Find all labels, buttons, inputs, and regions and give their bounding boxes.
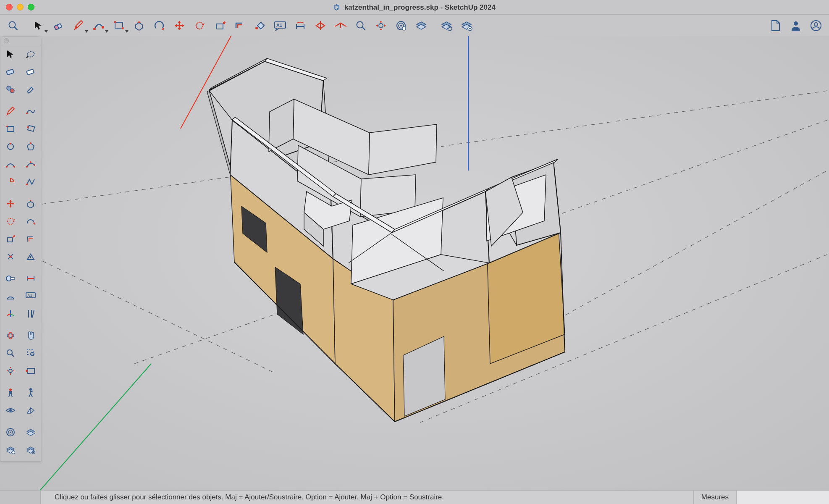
materials-tool[interactable] [0,81,21,98]
app-file-icon: ⌬ [333,3,340,11]
rectangle-tool[interactable] [0,120,21,138]
viewport[interactable] [0,36,829,491]
account-icon[interactable] [807,17,825,34]
rotate-tool[interactable] [191,17,208,34]
svg-point-86 [6,126,8,127]
svg-point-28 [814,23,818,26]
rotated-rect-tool[interactable] [21,120,41,138]
svg-point-95 [26,166,28,168]
pan-nav-tool[interactable] [21,327,41,344]
arc-3pt-tool[interactable] [21,155,41,173]
layers-tool-1[interactable] [412,17,430,34]
new-file-icon[interactable] [767,17,784,34]
arc-pie-tool[interactable] [0,173,21,191]
push-pull-edit-tool[interactable] [21,195,41,213]
tape-measure-tool[interactable] [332,17,349,34]
geo-loc-palette-tool[interactable] [0,423,21,441]
previous-view-tool[interactable] [21,362,41,380]
shape-tools[interactable] [110,17,128,34]
close-window-button[interactable] [6,4,13,10]
scale-tool[interactable] [211,17,228,34]
look-around-tool[interactable] [0,402,21,419]
svg-point-98 [26,184,28,185]
eraser-tool[interactable] [50,17,67,34]
minimize-window-button[interactable] [17,4,24,10]
layers-tool-2[interactable] [438,17,455,34]
select-arrow-tool[interactable] [0,45,21,63]
paint-bucket-tool[interactable] [251,17,269,34]
circle-tool[interactable] [0,138,21,155]
follow-me-edit-tool[interactable] [21,213,41,230]
svg-point-118 [7,334,14,337]
main-toolbar: A1 [0,15,829,37]
geo-location-tool[interactable] [392,17,410,34]
tape-measure-edit-tool[interactable] [0,270,21,287]
layers-palette-tool[interactable] [21,423,41,441]
section-plane-edit-tool[interactable] [21,402,41,419]
svg-line-129 [11,394,12,397]
user-icon[interactable] [787,17,805,34]
svg-point-12 [255,27,258,29]
zoom-nav-tool[interactable] [0,344,21,362]
move-tool[interactable] [171,17,188,34]
text-label-tool[interactable]: A1 [21,287,41,305]
move-edit-tool[interactable] [0,195,21,213]
lasso-select-tool[interactable] [21,45,41,63]
zoom-tool[interactable] [352,17,370,34]
layers-tool-3[interactable] [458,17,475,34]
orbit-nav-tool[interactable] [0,327,21,344]
svg-point-92 [30,142,31,144]
explode-tool[interactable] [21,248,41,265]
protractor-edit-tool[interactable] [0,287,21,305]
tool-palette: A1 [0,36,41,462]
arc-2pt-tool[interactable] [0,155,21,173]
text-tool[interactable]: A1 [271,17,289,34]
dimensions-edit-tool[interactable] [21,270,41,287]
palette-close-dot[interactable] [4,38,9,43]
select-tool[interactable] [29,17,47,34]
svg-line-113 [7,314,10,315]
dimension-tool[interactable] [291,17,309,34]
measurements-input[interactable] [736,491,829,504]
zoom-extents-nav-tool[interactable] [0,362,21,380]
svg-point-11 [224,21,226,23]
eraser-hard-tool[interactable] [21,63,41,81]
position-camera-tool[interactable] [0,384,21,402]
axes-align-tool[interactable] [21,305,41,323]
section-plane-tool[interactable] [312,17,329,34]
model-canvas[interactable] [0,36,829,491]
scale-edit-tool[interactable] [0,230,21,248]
svg-text:A1: A1 [276,23,282,28]
pencil-tool[interactable] [70,17,87,34]
rotate-edit-tool[interactable] [0,213,21,230]
search-icon[interactable] [4,17,22,34]
polygon-tool[interactable] [21,138,41,155]
walk-tool[interactable] [21,384,41,402]
freehand-tool[interactable] [21,102,41,120]
eraser-soft-tool[interactable] [0,63,21,81]
intersect-tool[interactable] [0,248,21,265]
palette-bottom-edge [0,491,41,504]
line-tools[interactable] [90,17,108,34]
follow-me-tool[interactable] [150,17,168,34]
bezier-tool[interactable] [21,173,41,191]
svg-point-134 [10,431,11,433]
push-pull-tool[interactable] [130,17,148,34]
axes-edit-tool[interactable] [0,305,21,323]
svg-line-114 [10,314,14,316]
pencil-line-tool[interactable] [0,102,21,120]
outliner-palette-tool[interactable] [0,441,21,459]
zoom-extents-tool[interactable] [372,17,390,34]
offset-tool[interactable] [231,17,249,34]
svg-point-101 [13,235,15,237]
maximize-window-button[interactable] [28,4,34,10]
palette-header[interactable] [0,37,41,45]
styles-palette-tool[interactable] [21,441,41,459]
paint-tool[interactable] [21,81,41,98]
svg-point-9 [196,22,203,29]
zoom-window-tool[interactable] [21,344,41,362]
svg-rect-105 [10,278,15,279]
measurements-label: Mesures [693,491,736,504]
offset-edit-tool[interactable] [21,230,41,248]
svg-point-4 [93,28,96,30]
